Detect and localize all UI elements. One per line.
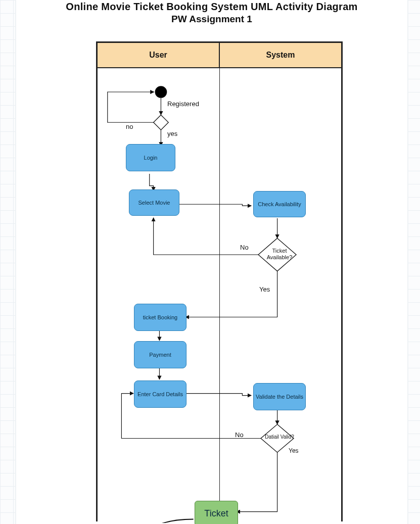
flowchart-svg (98, 68, 341, 523)
lane-header-user: User (98, 43, 219, 68)
swimlane-container: User System (96, 41, 343, 521)
activity-check-availability[interactable]: Check Availability (253, 191, 306, 217)
canvas-panel: Online Movie Ticket Booking System UML A… (15, 0, 408, 524)
decision-registered (154, 115, 169, 130)
activity-ticket[interactable]: Ticket (195, 501, 238, 524)
decision-label-ticket: Ticket Available? (262, 248, 297, 261)
svg-marker-1 (154, 115, 169, 130)
activity-select-movie[interactable]: Select Movie (129, 189, 179, 216)
label-no-avail: No (240, 244, 249, 251)
activity-enter-card[interactable]: Enter Card Details (134, 380, 186, 408)
label-yes-registered: yes (167, 130, 177, 137)
decision-label-valid: Datiail Valid? (262, 434, 297, 440)
label-yes-valid: Yes (289, 447, 299, 454)
label-registered: Registered (167, 100, 199, 108)
lane-header-row: User System (98, 43, 341, 68)
label-no-valid: No (235, 431, 244, 439)
label-yes-avail: Yes (259, 285, 270, 293)
activity-ticket-booking[interactable]: ticket Booking (134, 304, 186, 331)
activity-validate[interactable]: Validate the Details (253, 383, 306, 410)
label-no-registered: no (126, 123, 133, 130)
diagram-subtitle: PW Assignment 1 (16, 14, 407, 25)
diagram-title: Online Movie Ticket Booking System UML A… (16, 1, 407, 13)
activity-payment[interactable]: Payment (134, 341, 186, 368)
lane-header-system: System (219, 43, 341, 68)
activity-login[interactable]: Login (126, 144, 175, 171)
start-node (155, 86, 167, 98)
